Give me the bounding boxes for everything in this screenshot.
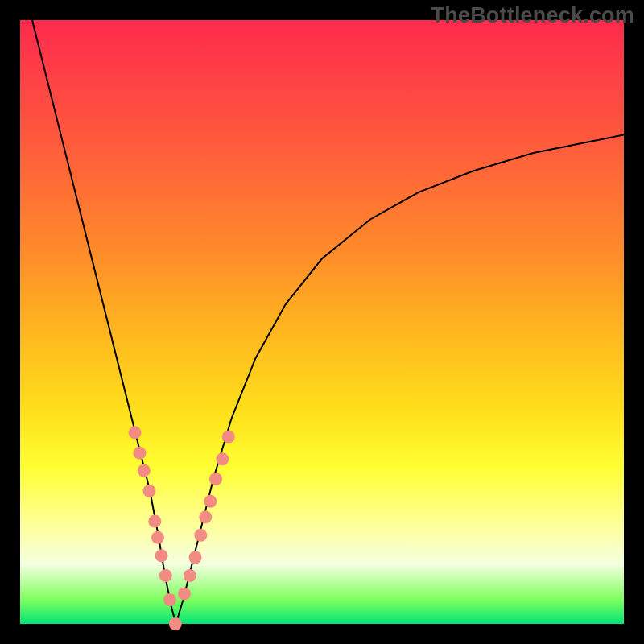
marker-dot (138, 464, 151, 477)
marker-dot (143, 485, 156, 497)
marker-dot (159, 569, 172, 582)
marker-dot (163, 593, 176, 606)
marker-dot (148, 515, 161, 528)
marker-dot (169, 617, 182, 630)
marker-dot (222, 431, 235, 444)
marker-dot (216, 452, 229, 465)
marker-dot (199, 510, 212, 523)
marker-dot (155, 549, 168, 562)
right-curve (176, 135, 625, 625)
marker-dot (151, 531, 164, 544)
marker-dot (184, 569, 196, 582)
marker-group (129, 426, 235, 630)
marker-dot (129, 426, 142, 439)
marker-dot (209, 473, 222, 485)
marker-dot (189, 551, 202, 564)
marker-dot (194, 529, 207, 542)
marker-dot (178, 588, 191, 601)
marker-dot (134, 447, 147, 460)
marker-dot (204, 495, 217, 508)
plot-svg (0, 0, 644, 644)
